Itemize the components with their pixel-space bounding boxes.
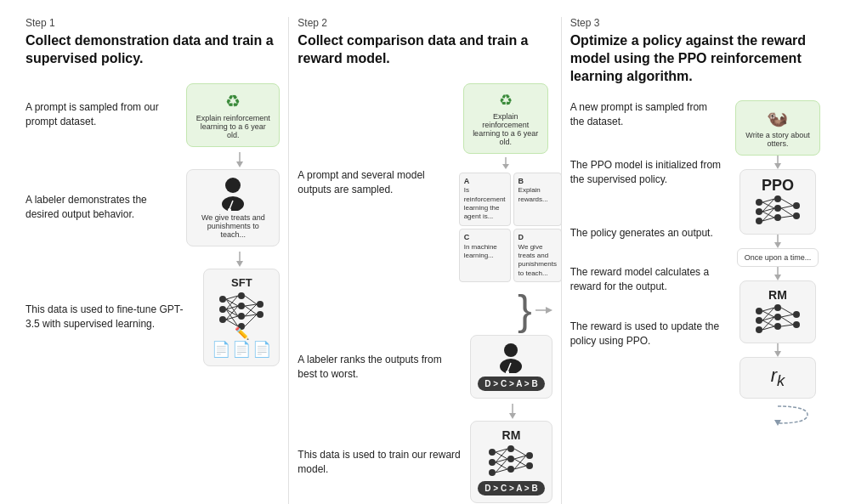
svg-point-38 — [500, 359, 522, 373]
svg-point-13 — [238, 313, 245, 320]
step2-prompt-box: ♻ Explain reinforcement learning to a 6 … — [463, 83, 548, 154]
otter-icon: 🦦 — [767, 108, 788, 128]
step3-right-flow: 🦦 Write a story about otters. PPO — [731, 100, 824, 427]
step2-text1: A prompt and several model outputs are s… — [298, 168, 450, 197]
step3-otter-label: Write a story about otters. — [743, 131, 813, 148]
grid-cell-c: C In machine learning... — [459, 229, 511, 282]
svg-point-66 — [756, 208, 762, 215]
pencil-icon: ✏️ — [235, 326, 249, 340]
step2-arrow2 — [298, 404, 552, 419]
svg-point-67 — [756, 218, 762, 224]
step3-rm-box: RM — [740, 280, 816, 343]
recycle-icon2: ♻ — [499, 91, 513, 110]
svg-line-103 — [781, 308, 793, 314]
step3-text4: The reward model calculates a reward for… — [570, 265, 722, 294]
svg-line-82 — [781, 208, 793, 216]
svg-point-50 — [526, 462, 533, 469]
svg-point-88 — [756, 308, 762, 314]
step2-label: Step 2 — [298, 17, 552, 29]
step2-rm-box: RM — [470, 421, 552, 503]
svg-line-83 — [781, 216, 793, 218]
svg-line-80 — [781, 199, 793, 206]
step2-text2: A labeler ranks the outputs from best to… — [298, 353, 462, 382]
step1-arrow1 — [26, 152, 280, 167]
svg-line-27 — [245, 296, 257, 304]
svg-point-70 — [774, 214, 781, 221]
svg-point-8 — [219, 296, 226, 303]
svg-point-16 — [257, 311, 264, 318]
feedback-arrow — [744, 402, 812, 428]
step3-text2: The PPO model is initialized from the su… — [570, 158, 722, 187]
step1-sft-label: SFT — [231, 276, 252, 289]
svg-point-9 — [219, 306, 226, 313]
step3-ppo-label: PPO — [762, 177, 794, 195]
step3-text5: The reward is used to update the policy … — [570, 320, 722, 348]
svg-point-43 — [489, 449, 496, 456]
grid-cell-d: D We give treats and punishments to teac… — [513, 229, 562, 282]
svg-point-2 — [225, 178, 241, 193]
svg-point-89 — [756, 317, 762, 324]
step1-text2: A labeler demonstrates the desired outpu… — [26, 193, 178, 222]
step1-prompt-box: ♻ Explain reinforcement learning to a 6 … — [186, 83, 280, 147]
step1-column: Step 1 Collect demonstration data and tr… — [17, 17, 289, 504]
grid-cell-a: A Is reinforcement learning the agent is… — [459, 173, 511, 226]
step2-prompt-label: Explain reinforcement learning to a 6 ye… — [471, 112, 541, 146]
svg-point-94 — [793, 311, 800, 318]
svg-point-11 — [238, 292, 245, 299]
step2-row1: A prompt and several model outputs are s… — [298, 83, 552, 283]
svg-point-44 — [489, 459, 496, 466]
svg-point-48 — [507, 466, 514, 473]
svg-marker-34 — [502, 164, 509, 169]
step3-text3: The policy generates an output. — [570, 226, 722, 241]
step1-row3: This data is used to fine-tune GPT-3.5 w… — [26, 269, 280, 366]
svg-point-49 — [526, 452, 533, 459]
step1-label: Step 1 — [26, 17, 280, 29]
step1-labeler-box: We give treats and punishments to teach.… — [186, 169, 280, 246]
svg-marker-85 — [774, 242, 781, 248]
step2-labeler-box: D > C > A > B — [470, 335, 552, 399]
step2-rm-label: RM — [502, 428, 521, 442]
svg-point-37 — [504, 343, 518, 357]
svg-point-3 — [222, 196, 244, 211]
step2-ranking: D > C > A > B — [478, 377, 544, 391]
page-container: Step 1 Collect demonstration data and tr… — [8, 0, 842, 504]
svg-point-90 — [756, 326, 762, 333]
step3-once-box: Once upon a time... — [737, 248, 819, 267]
svg-line-58 — [514, 449, 526, 456]
step1-row2: A labeler demonstrates the desired outpu… — [26, 169, 280, 246]
step2-row3: This data is used to train our reward mo… — [298, 421, 552, 503]
grid-cell-b: B Explain rewards... — [513, 173, 562, 226]
step1-prompt-label: Explain reinforcement learning to a 6 ye… — [194, 114, 272, 139]
svg-point-12 — [238, 303, 245, 309]
svg-point-65 — [756, 199, 762, 206]
svg-point-72 — [793, 212, 800, 219]
step1-text1: A prompt is sampled from our prompt data… — [26, 100, 178, 129]
svg-point-92 — [774, 314, 781, 320]
svg-line-105 — [781, 317, 793, 325]
svg-line-106 — [781, 325, 793, 326]
svg-marker-64 — [774, 163, 781, 169]
step1-arrow2 — [26, 252, 280, 267]
step2-row2: A labeler ranks the outputs from best to… — [298, 335, 552, 399]
step2-text3: This data is used to train our reward mo… — [298, 448, 462, 477]
svg-point-15 — [257, 301, 264, 308]
step3-title: Optimize a policy against the reward mod… — [570, 32, 824, 85]
step3-rm-label: RM — [768, 288, 787, 302]
step2-content: A prompt and several model outputs are s… — [298, 83, 552, 504]
step1-content: A prompt is sampled from our prompt data… — [26, 83, 280, 370]
svg-point-93 — [774, 323, 781, 330]
step1-labeler-label: We give treats and punishments to teach.… — [194, 213, 272, 239]
svg-marker-87 — [774, 275, 781, 280]
step2-rm-ranking: D > C > A > B — [478, 481, 544, 496]
svg-point-91 — [774, 304, 781, 311]
recycle-icon: ♻ — [225, 91, 241, 111]
step1-text3: This data is used to fine-tune GPT-3.5 w… — [26, 303, 195, 331]
svg-line-81 — [781, 206, 793, 208]
svg-point-95 — [793, 321, 800, 328]
step3-once-text: Once upon a time... — [745, 253, 812, 262]
svg-line-26 — [226, 320, 238, 326]
svg-point-69 — [774, 205, 781, 212]
svg-marker-7 — [236, 261, 243, 267]
svg-point-68 — [774, 195, 781, 202]
svg-point-47 — [507, 456, 514, 462]
